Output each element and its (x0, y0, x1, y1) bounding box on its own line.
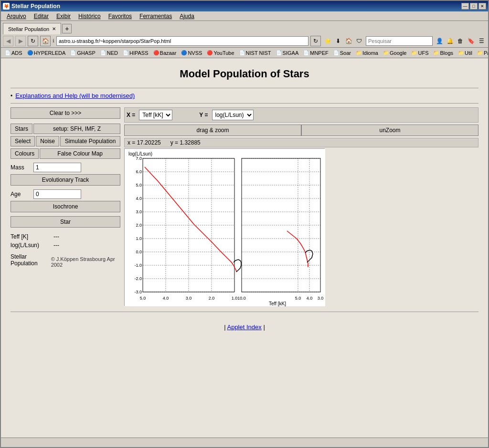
help-link[interactable]: Explanations and Help (will be modernise… (15, 92, 135, 99)
bookmark-google[interactable]: 📁Google (381, 50, 408, 56)
menu-exibir[interactable]: Exibir (53, 12, 74, 21)
bookmark-bazaar[interactable]: 🔴Bazaar (151, 50, 179, 56)
menu-icon[interactable]: ☰ (477, 36, 486, 46)
bookmark-star-icon[interactable]: ⭐ (323, 36, 332, 46)
noise-button[interactable]: Noise (36, 136, 59, 146)
bookmark-hyperleda[interactable]: 🔵HYPERLEDA (25, 50, 68, 56)
bookmark-papers[interactable]: 📁Papers (475, 50, 488, 56)
footer-pipe-right: | (263, 323, 265, 331)
bookmark-nvss[interactable]: 🔵NVSS (179, 50, 204, 56)
page-content: Model Population of Stars • Explanations… (1, 58, 488, 438)
stars-setup-row: Stars setup: SFH, IMF, Z (11, 124, 120, 134)
select-button[interactable]: Select (11, 136, 35, 146)
coord-y: y = 1.32885 (170, 139, 201, 146)
bookmarks-bar: 📄ADS 🔵HYPERLEDA 📄GHASP 📄NED 📄HIPASS 🔴Baz… (1, 48, 488, 58)
svg-text:1.0: 1.0 (136, 236, 142, 241)
bookmark-soar[interactable]: 📄Soar (331, 50, 353, 56)
false-colour-button[interactable]: False Colour Map (40, 148, 120, 159)
drag-zoom-button[interactable]: drag & zoom (124, 125, 301, 136)
age-row: Age (11, 189, 120, 199)
svg-text:-1.0: -1.0 (134, 263, 142, 268)
age-input[interactable] (33, 189, 81, 199)
teff-row: Teff [K] --- (11, 233, 120, 240)
svg-text:3.0: 3.0 (318, 296, 324, 301)
colours-button[interactable]: Colours (11, 148, 39, 159)
menu-arquivo[interactable]: Arquivo (3, 12, 30, 21)
svg-text:7.0: 7.0 (136, 156, 142, 161)
home-button[interactable]: 🏠 (40, 36, 51, 46)
nav-bar: ◀ ▶ ↻ 🏠 ℹ ↻ ⭐ ⬇ 🏠 🛡 👤 🔔 🗑 🔖 ☰ (1, 34, 488, 48)
go-button[interactable]: ↻ (310, 36, 321, 46)
chart-area: X = Teff [kK] log(Teff) B-V U-B V-K Y = … (124, 107, 478, 306)
bookmark-blogs[interactable]: 📁Blogs (431, 50, 455, 56)
forward-button[interactable]: ▶ (15, 36, 26, 46)
menu-favoritos[interactable]: Favoritos (105, 12, 136, 21)
tab-close-button[interactable]: ✕ (52, 26, 56, 31)
stars-button[interactable]: Stars (11, 124, 32, 134)
svg-text:1.0: 1.0 (232, 296, 238, 301)
x-axis-select[interactable]: Teff [kK] log(Teff) B-V U-B V-K (139, 110, 172, 120)
divider-mid (11, 103, 478, 104)
star-button[interactable]: Star (11, 216, 120, 228)
age-label: Age (11, 191, 30, 198)
menu-ferramentas[interactable]: Ferramentas (136, 12, 176, 21)
y-axis-label: Y = (199, 112, 208, 118)
status-bar (1, 438, 488, 447)
bookmark-sigaa[interactable]: 📄SIGAA (274, 50, 301, 56)
refresh-button[interactable]: ↻ (28, 36, 38, 46)
menu-editar[interactable]: Editar (30, 12, 53, 21)
svg-text:10.0: 10.0 (237, 296, 246, 301)
bookmark-ufs[interactable]: 📁UFS (409, 50, 430, 56)
bookmark-ghasp[interactable]: 📄GHASP (68, 50, 97, 56)
svg-text:3.0: 3.0 (136, 209, 142, 214)
y-axis-select[interactable]: log(L/Lsun) Mv log(Age) Mass (212, 110, 254, 120)
menu-bar: Arquivo Editar Exibir Histórico Favorito… (1, 11, 488, 21)
evolutionary-track-button[interactable]: Evolutionary Track (11, 174, 120, 186)
coord-x: x = 17.20225 (128, 139, 161, 146)
svg-text:2.0: 2.0 (209, 296, 215, 301)
address-bar[interactable] (56, 36, 308, 46)
bookmark-mnpef[interactable]: 📄MNPEF (301, 50, 330, 56)
search-input[interactable] (366, 36, 433, 46)
browser-tab[interactable]: Stellar Population ✕ (3, 23, 61, 34)
bookmark-ned[interactable]: 📄NED (98, 50, 120, 56)
minimize-button[interactable]: — (461, 3, 469, 10)
bookmark-idioma[interactable]: 📁Idioma (354, 50, 380, 56)
isochrone-button[interactable]: Isochrone (11, 201, 120, 212)
maximize-button[interactable]: □ (470, 3, 478, 10)
menu-historico[interactable]: Histórico (74, 12, 105, 21)
bookmark-ads[interactable]: 📄ADS (3, 50, 24, 56)
menu-ajuda[interactable]: Ajuda (176, 12, 198, 21)
unzoom-button[interactable]: unZoom (301, 125, 478, 136)
mass-input[interactable] (33, 163, 81, 172)
bookmark-icon[interactable]: 🔖 (466, 36, 476, 46)
home-nav-icon[interactable]: 🏠 (344, 36, 353, 46)
back-button[interactable]: ◀ (3, 36, 13, 46)
notification-icon[interactable]: 🔔 (445, 36, 455, 46)
bookmark-util[interactable]: 📁Util (456, 50, 474, 56)
simulate-button[interactable]: Simulate Population (60, 136, 120, 146)
download-icon[interactable]: ⬇ (333, 36, 343, 46)
divider-bottom (11, 312, 478, 312)
tab-label: Stellar Population (8, 26, 49, 32)
loglsun-label: log(L/Lsun) (11, 242, 53, 249)
trash-icon[interactable]: 🗑 (456, 36, 465, 46)
new-tab-button[interactable]: + (62, 24, 72, 33)
loglsun-value: --- (53, 242, 59, 249)
applet-index-link[interactable]: Applet Index (227, 323, 261, 331)
title-bar-text: Stellar Population (11, 3, 60, 10)
loglsun-row: log(L/Lsun) --- (11, 242, 120, 249)
tab-bar: Stellar Population ✕ + (1, 21, 488, 34)
svg-text:5.0: 5.0 (295, 296, 301, 301)
setup-button[interactable]: setup: SFH, IMF, Z (33, 124, 120, 134)
bookmark-youtube[interactable]: 🔴YouTube (205, 50, 236, 56)
bookmark-hipass[interactable]: 📄HIPASS (121, 50, 150, 56)
close-button[interactable]: ✕ (478, 3, 486, 10)
shield-icon[interactable]: 🛡 (354, 36, 364, 46)
coords-bar: x = 17.20225 y = 1.32885 (124, 138, 478, 147)
bookmark-nist[interactable]: 📄NIST NIST (237, 50, 273, 56)
svg-text:4.0: 4.0 (136, 196, 142, 201)
credit-text: © J.Köppen Strasbourg Apr 2002 (51, 256, 120, 268)
profile-icon[interactable]: 👤 (435, 36, 444, 46)
clear-button[interactable]: Clear to >>> (11, 107, 120, 119)
